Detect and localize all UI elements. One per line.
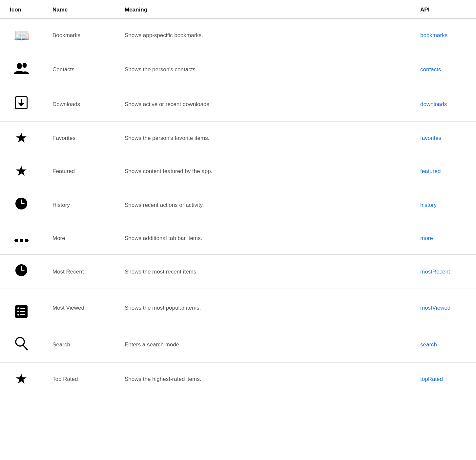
- cell-name-featured: Featured: [43, 155, 115, 188]
- cell-icon-contacts: [0, 52, 43, 87]
- top-rated-icon: ★: [15, 371, 28, 386]
- table-header-row: Icon Name Meaning API: [0, 0, 476, 19]
- table-row: 📖 Bookmarks Shows app-specific bookmarks…: [0, 19, 476, 52]
- cell-meaning-downloads: Shows active or recent downloads.: [115, 87, 410, 122]
- cell-api-contacts[interactable]: contacts: [410, 52, 476, 87]
- contacts-icon: [14, 64, 29, 77]
- search-icon: [15, 340, 28, 353]
- cell-icon-more: [0, 222, 43, 255]
- col-header-icon: Icon: [0, 0, 43, 19]
- cell-name-search: Search: [43, 327, 115, 362]
- cell-icon-history: [0, 188, 43, 222]
- cell-icon-mostRecent: [0, 255, 43, 289]
- cell-meaning-more: Shows additional tab bar items.: [115, 222, 410, 255]
- svg-point-10: [16, 338, 24, 346]
- cell-name-mostRecent: Most Recent: [43, 255, 115, 289]
- main-table-container: Icon Name Meaning API 📖 Bookmarks Shows …: [0, 0, 476, 396]
- svg-point-1: [23, 63, 27, 68]
- table-row: History Shows recent actions or activity…: [0, 188, 476, 222]
- cell-api-featured[interactable]: featured: [410, 155, 476, 188]
- cell-meaning-contacts: Shows the person's contacts.: [115, 52, 410, 87]
- cell-name-topRated: Top Rated: [43, 362, 115, 396]
- cell-api-mostViewed[interactable]: mostViewed: [410, 289, 476, 327]
- cell-icon-topRated: ★: [0, 362, 43, 396]
- cell-meaning-mostViewed: Shows the most popular items.: [115, 289, 410, 327]
- table-row: ★ Top Rated Shows the highest-rated item…: [0, 362, 476, 396]
- col-header-api: API: [410, 0, 476, 19]
- cell-meaning-topRated: Shows the highest-rated items.: [115, 362, 410, 396]
- cell-icon-bookmarks: 📖: [0, 19, 43, 52]
- cell-api-favorites[interactable]: favorites: [410, 122, 476, 155]
- table-row: ★ Favorites Shows the person's favorite …: [0, 122, 476, 155]
- cell-meaning-search: Enters a search mode.: [115, 327, 410, 362]
- cell-name-contacts: Contacts: [43, 52, 115, 87]
- cell-meaning-history: Shows recent actions or activity.: [115, 188, 410, 222]
- cell-icon-search: [0, 327, 43, 362]
- most-viewed-icon: [15, 298, 28, 312]
- col-header-name: Name: [43, 0, 115, 19]
- icons-table: Icon Name Meaning API 📖 Bookmarks Shows …: [0, 0, 476, 396]
- table-row: Downloads Shows active or recent downloa…: [0, 87, 476, 122]
- table-row: Search Enters a search mode. search: [0, 327, 476, 362]
- cell-icon-downloads: [0, 87, 43, 122]
- cell-name-favorites: Favorites: [43, 122, 115, 155]
- cell-meaning-favorites: Shows the person's favorite items.: [115, 122, 410, 155]
- table-row: Contacts Shows the person's contacts. co…: [0, 52, 476, 87]
- cell-api-bookmarks[interactable]: bookmarks: [410, 19, 476, 52]
- cell-icon-mostViewed: [0, 289, 43, 327]
- cell-name-mostViewed: Most Viewed: [43, 289, 115, 327]
- table-row: ★ Featured Shows content featured by the…: [0, 155, 476, 188]
- cell-name-bookmarks: Bookmarks: [43, 19, 115, 52]
- cell-api-topRated[interactable]: topRated: [410, 362, 476, 396]
- svg-line-11: [23, 345, 27, 350]
- cell-icon-favorites: ★: [0, 122, 43, 155]
- cell-api-downloads[interactable]: downloads: [410, 87, 476, 122]
- col-header-meaning: Meaning: [115, 0, 410, 19]
- cell-name-history: History: [43, 188, 115, 222]
- favorites-icon: ★: [15, 130, 28, 145]
- most-recent-icon: [15, 266, 28, 279]
- cell-meaning-bookmarks: Shows app-specific bookmarks.: [115, 19, 410, 52]
- cell-name-more: More: [43, 222, 115, 255]
- cell-meaning-featured: Shows content featured by the app.: [115, 155, 410, 188]
- cell-api-search[interactable]: search: [410, 327, 476, 362]
- cell-icon-featured: ★: [0, 155, 43, 188]
- history-icon: [15, 199, 28, 212]
- svg-point-0: [17, 63, 22, 69]
- more-icon: [14, 239, 29, 242]
- cell-meaning-mostRecent: Shows the most recent items.: [115, 255, 410, 289]
- bookmarks-icon: 📖: [14, 29, 29, 42]
- downloads-icon: [15, 99, 28, 112]
- table-row: More Shows additional tab bar items. mor…: [0, 222, 476, 255]
- cell-api-mostRecent[interactable]: mostRecent: [410, 255, 476, 289]
- cell-api-more[interactable]: more: [410, 222, 476, 255]
- cell-api-history[interactable]: history: [410, 188, 476, 222]
- table-row: Most Recent Shows the most recent items.…: [0, 255, 476, 289]
- table-row: Most Viewed Shows the most popular items…: [0, 289, 476, 327]
- cell-name-downloads: Downloads: [43, 87, 115, 122]
- featured-icon: ★: [15, 163, 28, 179]
